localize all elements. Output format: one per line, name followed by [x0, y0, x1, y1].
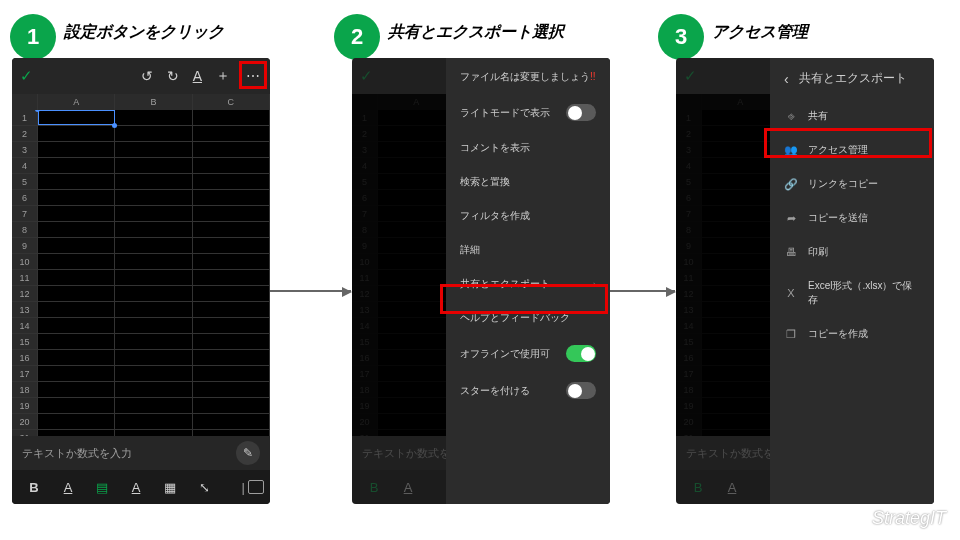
cell[interactable]	[38, 270, 115, 285]
menu-item-make-copy[interactable]: ❐コピーを作成	[770, 317, 934, 351]
menu-item-create-filter[interactable]: フィルタを作成	[446, 199, 610, 233]
cell[interactable]	[193, 206, 270, 221]
menu-item-offline[interactable]: オフラインで使用可	[446, 335, 610, 372]
cell[interactable]	[115, 366, 192, 381]
borders-icon[interactable]: ▦	[160, 480, 180, 495]
cell[interactable]	[38, 382, 115, 397]
menu-item-details[interactable]: 詳細	[446, 233, 610, 267]
row-header[interactable]: 9	[12, 238, 38, 253]
cell[interactable]	[38, 302, 115, 317]
cell[interactable]	[115, 174, 192, 189]
cell[interactable]	[38, 366, 115, 381]
col-header[interactable]: C	[193, 94, 270, 110]
cell[interactable]	[115, 126, 192, 141]
menu-item-copy-link[interactable]: 🔗リンクをコピー	[770, 167, 934, 201]
menu-item-send-copy[interactable]: ➦コピーを送信	[770, 201, 934, 235]
menu-item-help[interactable]: ヘルプとフィードバック	[446, 301, 610, 335]
cell[interactable]	[115, 382, 192, 397]
row-header[interactable]: 13	[12, 302, 38, 317]
col-header[interactable]: B	[115, 94, 192, 110]
cell[interactable]	[193, 190, 270, 205]
cell[interactable]	[193, 302, 270, 317]
back-icon[interactable]: ‹	[784, 71, 789, 87]
cell[interactable]	[115, 350, 192, 365]
row-header[interactable]: 7	[12, 206, 38, 221]
row-header[interactable]: 17	[12, 366, 38, 381]
cell[interactable]	[193, 398, 270, 413]
menu-item-save-xlsx[interactable]: XExcel形式（.xlsx）で保存	[770, 269, 934, 317]
cell[interactable]	[38, 158, 115, 173]
cell[interactable]	[115, 238, 192, 253]
row-header[interactable]: 10	[12, 254, 38, 269]
cell[interactable]	[115, 206, 192, 221]
cell[interactable]	[115, 398, 192, 413]
row-header[interactable]: 3	[12, 142, 38, 157]
bold-icon[interactable]: B	[24, 480, 44, 495]
cell[interactable]	[193, 270, 270, 285]
cell[interactable]	[38, 318, 115, 333]
menu-item-comments[interactable]: コメントを表示	[446, 131, 610, 165]
merge-icon[interactable]: ⤡	[194, 480, 214, 495]
row-header[interactable]: 20	[12, 414, 38, 429]
cell[interactable]	[193, 382, 270, 397]
cell[interactable]	[38, 174, 115, 189]
check-icon[interactable]: ✓	[20, 67, 33, 85]
cell[interactable]	[38, 238, 115, 253]
row-header[interactable]: 1	[12, 110, 38, 125]
cell[interactable]	[38, 334, 115, 349]
cell[interactable]	[38, 142, 115, 157]
menu-item-access-manage[interactable]: 👥アクセス管理	[770, 133, 934, 167]
cell[interactable]	[115, 318, 192, 333]
row-header[interactable]: 16	[12, 350, 38, 365]
undo-icon[interactable]: ↺	[141, 68, 153, 84]
cell[interactable]	[193, 286, 270, 301]
toggle-icon[interactable]	[566, 104, 596, 121]
cell[interactable]	[193, 158, 270, 173]
cell[interactable]	[193, 238, 270, 253]
cell[interactable]	[115, 254, 192, 269]
align-icon[interactable]: ▤	[92, 480, 112, 495]
cell[interactable]	[193, 126, 270, 141]
cell[interactable]	[193, 350, 270, 365]
cell[interactable]	[115, 190, 192, 205]
cell[interactable]	[193, 110, 270, 125]
row-header[interactable]: 5	[12, 174, 38, 189]
cell[interactable]	[115, 222, 192, 237]
keyboard-icon[interactable]	[248, 480, 264, 494]
cell[interactable]	[193, 366, 270, 381]
cell[interactable]	[38, 126, 115, 141]
menu-item-star[interactable]: スターを付ける	[446, 372, 610, 409]
menu-item-print[interactable]: 🖶印刷	[770, 235, 934, 269]
row-header[interactable]: 6	[12, 190, 38, 205]
cell[interactable]	[193, 334, 270, 349]
row-header[interactable]: 19	[12, 398, 38, 413]
toggle-icon[interactable]	[566, 382, 596, 399]
row-header[interactable]: 2	[12, 126, 38, 141]
row-header[interactable]: 11	[12, 270, 38, 285]
cell[interactable]	[38, 110, 115, 125]
cell[interactable]	[193, 318, 270, 333]
cell[interactable]	[193, 414, 270, 429]
menu-item-share[interactable]: ⎆共有	[770, 99, 934, 133]
plus-icon[interactable]: ＋	[216, 67, 230, 85]
cell[interactable]	[193, 174, 270, 189]
cell[interactable]	[193, 254, 270, 269]
row-header[interactable]: 12	[12, 286, 38, 301]
more-icon[interactable]: ⋯	[244, 64, 262, 88]
row-header[interactable]: 8	[12, 222, 38, 237]
cell[interactable]	[115, 158, 192, 173]
cell[interactable]	[115, 414, 192, 429]
formula-bar[interactable]: テキストか数式を入力 ✎	[12, 436, 270, 470]
row-header[interactable]: 14	[12, 318, 38, 333]
cell[interactable]	[115, 286, 192, 301]
cell[interactable]	[38, 206, 115, 221]
cell[interactable]	[193, 142, 270, 157]
edit-icon[interactable]: ✎	[236, 441, 260, 465]
row-header[interactable]: 4	[12, 158, 38, 173]
menu-item-find-replace[interactable]: 検索と置換	[446, 165, 610, 199]
text-format-icon[interactable]: A	[193, 68, 202, 84]
cell[interactable]	[115, 142, 192, 157]
redo-icon[interactable]: ↻	[167, 68, 179, 84]
menu-item-light-mode[interactable]: ライトモードで表示	[446, 94, 610, 131]
cell[interactable]	[38, 190, 115, 205]
